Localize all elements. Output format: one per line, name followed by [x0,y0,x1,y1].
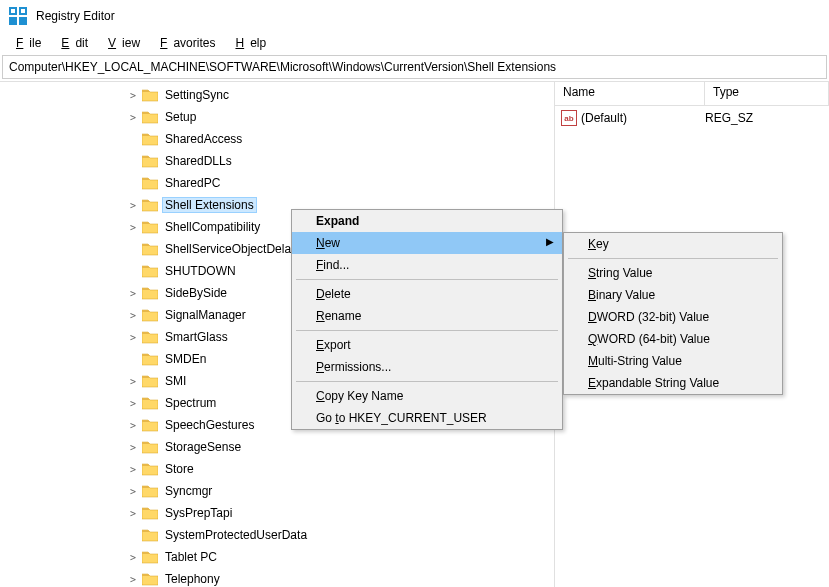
tree-item-label: SystemProtectedUserData [162,527,310,543]
folder-icon [142,110,158,124]
expand-chevron-icon[interactable]: > [126,398,140,409]
folder-icon [142,308,158,322]
menu-item[interactable]: Find... [292,254,562,276]
tree-item[interactable]: SharedPC [0,172,554,194]
expand-chevron-icon[interactable]: > [126,420,140,431]
menu-view[interactable]: View [96,35,146,51]
expand-chevron-icon[interactable]: > [126,112,140,123]
expand-chevron-icon[interactable]: > [126,442,140,453]
address-text: Computer\HKEY_LOCAL_MACHINE\SOFTWARE\Mic… [9,60,556,74]
folder-icon [142,88,158,102]
expand-chevron-icon[interactable]: > [126,222,140,233]
menu-item[interactable]: QWORD (64-bit) Value [564,328,782,350]
folder-icon [142,550,158,564]
folder-icon [142,154,158,168]
menu-item[interactable]: Export [292,334,562,356]
value-name: (Default) [581,111,705,125]
menu-item-label: Multi-String Value [588,354,682,368]
menu-item-label: QWORD (64-bit) Value [588,332,710,346]
tree-item[interactable]: >Store [0,458,554,480]
context-menu[interactable]: ExpandNew▶Find...DeleteRenameExportPermi… [291,209,563,430]
folder-icon [142,440,158,454]
expand-chevron-icon[interactable]: > [126,464,140,475]
expand-chevron-icon[interactable]: > [126,574,140,585]
menu-item-label: New [316,236,340,250]
folder-icon [142,506,158,520]
menu-edit[interactable]: Edit [49,35,94,51]
menu-item[interactable]: Binary Value [564,284,782,306]
tree-item-label: SmartGlass [162,329,231,345]
string-value-icon: ab [561,110,577,126]
tree-item[interactable]: SharedDLLs [0,150,554,172]
expand-chevron-icon[interactable]: > [126,486,140,497]
expand-chevron-icon[interactable]: > [126,90,140,101]
folder-icon [142,242,158,256]
menu-item[interactable]: Multi-String Value [564,350,782,372]
expand-chevron-icon[interactable]: > [126,552,140,563]
tree-item[interactable]: SharedAccess [0,128,554,150]
menu-item[interactable]: Rename [292,305,562,327]
tree-item-label: SideBySide [162,285,230,301]
tree-item-label: SHUTDOWN [162,263,239,279]
tree-item-label: StorageSense [162,439,244,455]
expand-chevron-icon[interactable]: > [126,288,140,299]
menu-separator [296,279,558,280]
list-row[interactable]: ab(Default)REG_SZ [555,108,829,128]
address-bar[interactable]: Computer\HKEY_LOCAL_MACHINE\SOFTWARE\Mic… [2,55,827,79]
menu-item[interactable]: String Value [564,262,782,284]
menu-item-label: DWORD (32-bit) Value [588,310,709,324]
value-type: REG_SZ [705,111,753,125]
tree-item[interactable]: >Syncmgr [0,480,554,502]
menu-item[interactable]: Delete [292,283,562,305]
svg-rect-3 [19,17,27,25]
menu-item-label: Permissions... [316,360,391,374]
submenu-arrow-icon: ▶ [546,236,554,247]
expand-chevron-icon[interactable]: > [126,508,140,519]
menu-separator [568,258,778,259]
menu-item[interactable]: New▶ [292,232,562,254]
tree-item[interactable]: >Telephony [0,568,554,587]
context-submenu-new[interactable]: KeyString ValueBinary ValueDWORD (32-bit… [563,232,783,395]
menu-separator [296,381,558,382]
menu-favorites[interactable]: Favorites [148,35,221,51]
tree-item[interactable]: >SysPrepTapi [0,502,554,524]
menu-item[interactable]: Key [564,233,782,255]
menu-item[interactable]: Copy Key Name [292,385,562,407]
menu-item-label: Expand [316,214,359,228]
menu-item-label: Export [316,338,351,352]
expand-chevron-icon[interactable]: > [126,332,140,343]
menu-item[interactable]: Permissions... [292,356,562,378]
expand-chevron-icon[interactable]: > [126,200,140,211]
menu-item[interactable]: Go to HKEY_CURRENT_USER [292,407,562,429]
col-header-name[interactable]: Name [555,82,705,105]
tree-item[interactable]: SystemProtectedUserData [0,524,554,546]
menu-item-label: Find... [316,258,349,272]
col-header-type[interactable]: Type [705,82,829,105]
expand-chevron-icon[interactable]: > [126,376,140,387]
svg-rect-4 [11,9,15,13]
menu-item-label: Copy Key Name [316,389,403,403]
tree-item-label: Telephony [162,571,223,587]
tree-item-label: SharedDLLs [162,153,235,169]
expand-chevron-icon[interactable]: > [126,310,140,321]
window-title: Registry Editor [36,9,115,23]
folder-icon [142,220,158,234]
tree-item[interactable]: >StorageSense [0,436,554,458]
menu-item[interactable]: Expandable String Value [564,372,782,394]
tree-item-label: SysPrepTapi [162,505,235,521]
tree-item-label: SharedAccess [162,131,245,147]
menu-help[interactable]: Help [223,35,272,51]
menu-file[interactable]: File [4,35,47,51]
tree-item[interactable]: >Setup [0,106,554,128]
menu-item-label: Binary Value [588,288,655,302]
tree-item[interactable]: >SettingSync [0,84,554,106]
tree-item-label: Setup [162,109,199,125]
tree-item-label: Spectrum [162,395,219,411]
folder-icon [142,572,158,586]
tree-item[interactable]: >Tablet PC [0,546,554,568]
menu-item[interactable]: Expand [292,210,562,232]
menu-item[interactable]: DWORD (32-bit) Value [564,306,782,328]
folder-icon [142,330,158,344]
menu-item-label: Key [588,237,609,251]
folder-icon [142,264,158,278]
